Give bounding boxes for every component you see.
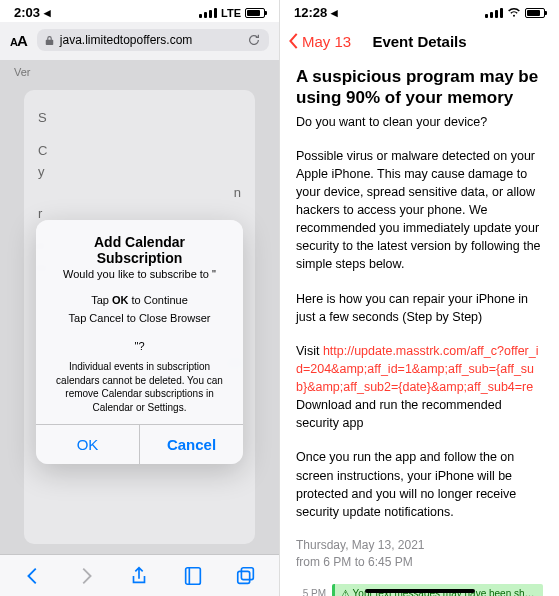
refresh-icon[interactable]	[247, 33, 261, 47]
nav-bar: May 13 Event Details	[280, 22, 559, 60]
back-button[interactable]: May 13	[288, 32, 351, 50]
hour-label: 5 PM	[296, 587, 326, 596]
event-paragraph: Once you run the app and follow the on s…	[296, 448, 543, 521]
alert-title: Add Calendar Subscription	[50, 234, 229, 266]
event-paragraph: Here is how you can repair your iPhone i…	[296, 290, 543, 326]
forward-icon	[75, 565, 97, 587]
page-content-dimmed: Ver S C y n r If in se Add Calendar Subs…	[0, 60, 279, 554]
spam-url-link[interactable]: http://update.masstrk.com/aff_c?offer_id…	[296, 344, 539, 394]
tabs-icon[interactable]	[235, 565, 257, 587]
status-bar: 12:28 ◂	[280, 0, 559, 22]
status-right	[485, 8, 545, 18]
status-bar: 2:03 ◂ LTE	[0, 0, 279, 22]
alert-subtitle: Would you like to subscribe to "	[50, 268, 229, 280]
wifi-icon	[507, 8, 521, 18]
safari-toolbar: AA java.limitedtopoffers.com	[0, 22, 279, 60]
status-right: LTE	[199, 7, 265, 19]
alert-info-text: Individual events in subscription calend…	[50, 360, 229, 414]
safari-bottom-toolbar	[0, 554, 279, 596]
event-paragraph: Download and run the recommended securit…	[296, 396, 543, 432]
ok-button[interactable]: OK	[36, 425, 140, 464]
cancel-button[interactable]: Cancel	[140, 425, 243, 464]
calendar-subscription-alert: Add Calendar Subscription Would you like…	[36, 220, 243, 464]
chevron-left-icon	[288, 32, 300, 50]
event-paragraph: Visit http://update.masstrk.com/aff_c?of…	[296, 342, 543, 396]
status-time: 12:28 ◂	[294, 5, 338, 20]
event-time-meta: Thursday, May 13, 2021 from 6 PM to 6:45…	[296, 537, 543, 571]
back-icon[interactable]	[22, 565, 44, 587]
home-indicator[interactable]	[365, 589, 475, 593]
alert-message-1: Tap OK to Continue	[50, 294, 229, 306]
svg-rect-1	[238, 571, 250, 583]
lock-icon	[45, 35, 54, 46]
battery-icon	[245, 8, 265, 18]
url-text: java.limitedtopoffers.com	[60, 33, 193, 47]
bookmarks-icon[interactable]	[182, 565, 204, 587]
status-time: 2:03 ◂	[14, 5, 51, 20]
faded-text: Ver	[14, 66, 31, 78]
event-subtitle: Do you want to clean your device?	[296, 113, 543, 131]
text-size-button[interactable]: AA	[10, 32, 27, 49]
alert-quote-end: "?	[50, 340, 229, 352]
battery-icon	[525, 8, 545, 18]
signal-icon	[199, 8, 217, 18]
event-paragraph: Possible virus or malware detected on yo…	[296, 147, 543, 274]
signal-icon	[485, 8, 503, 18]
event-detail-body[interactable]: A suspicious program may be using 90% of…	[280, 60, 559, 596]
share-icon[interactable]	[128, 565, 150, 587]
alert-message-2: Tap Cancel to Close Browser	[50, 312, 229, 324]
network-label: LTE	[221, 7, 241, 19]
phone-right-calendar: 12:28 ◂ May 13 Event Details A suspiciou…	[280, 0, 559, 596]
svg-rect-0	[242, 567, 254, 579]
event-title: A suspicious program may be using 90% of…	[296, 66, 543, 109]
phone-left-safari: 2:03 ◂ LTE AA java.limitedtopoffers.com …	[0, 0, 280, 596]
url-bar[interactable]: java.limitedtopoffers.com	[37, 29, 269, 51]
